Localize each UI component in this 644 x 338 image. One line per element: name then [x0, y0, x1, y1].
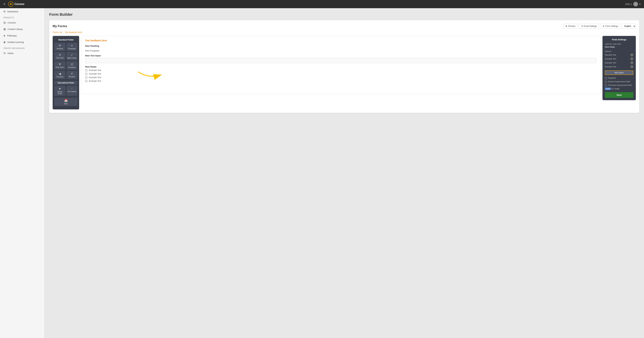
sidebar-item-admin[interactable]: ⚙ Admin › [0, 50, 44, 56]
option-remove-button-3[interactable]: − [630, 61, 634, 64]
rating-scale-icon: ★ [58, 87, 61, 90]
guided-learning-icon: ◉ [4, 40, 6, 44]
field-item-date[interactable]: 📅 Date [54, 98, 78, 106]
sidebar-item-courses[interactable]: ▤ Courses › [0, 19, 44, 26]
language-select[interactable]: English [622, 24, 636, 29]
sidebar-item-label: Content Library [8, 28, 23, 30]
radio-name-value: New Radio [605, 46, 634, 48]
field-item-rating-scale[interactable]: ★ Rating Scale [54, 86, 66, 96]
text-input-field[interactable] [85, 58, 596, 63]
radio-option-text: Example Text [89, 80, 101, 82]
email-settings-button[interactable]: ✉ Email Settings [579, 24, 599, 28]
sidebar-item-label: Courses [8, 21, 16, 24]
file-upload-icon: ↑ [71, 87, 73, 90]
field-item-text-area[interactable]: ◀ Text Area [54, 71, 66, 79]
breadcrumb: Forms List / Test feedback form [53, 31, 636, 34]
form-content-wrapper: Standard Fields H Heading ≡ Paragraph A … [53, 36, 636, 110]
session-assessment-checkbox[interactable] [605, 81, 607, 83]
option-text: Example Text [605, 62, 616, 64]
radio-option-3[interactable]: Example Text [85, 76, 596, 79]
field-item-label: Text Area [56, 76, 64, 78]
radio-option-4[interactable]: Example Text [85, 80, 596, 82]
sidebar-item-content-library[interactable]: ▦ Content Library › [0, 26, 44, 32]
breadcrumb-current: Test feedback form [65, 31, 82, 34]
svg-point-1 [10, 4, 12, 5]
radio-option-text: Example Text [89, 73, 101, 75]
option-remove-button-4[interactable]: − [630, 65, 634, 68]
date-field-grid: 📅 Date [54, 98, 78, 106]
radio-option-2[interactable]: Example Text [85, 73, 596, 75]
form-settings-button[interactable]: ⚙ Form Settings [600, 24, 620, 28]
presenter-assessment-checkbox-row: Presenter Assessment Field [605, 84, 634, 86]
chevron-right-icon: › [40, 28, 41, 30]
save-button[interactable]: Save [605, 92, 634, 98]
paragraph-field-group: New Paragraph [85, 50, 596, 52]
email-icon: ✉ [581, 25, 583, 27]
radio-circle-icon [85, 76, 88, 79]
radio-circle-icon [85, 69, 88, 72]
field-item-number[interactable]: # Number [66, 71, 78, 79]
breadcrumb-forms-list[interactable]: Forms List [53, 31, 62, 34]
field-item-label: Date [64, 103, 68, 105]
session-assessment-label: Session Assessment Field [608, 80, 630, 82]
radio-circle-icon [85, 73, 88, 75]
field-item-multi-choice[interactable]: ✓ Multi Choice [66, 52, 78, 60]
field-item-label: Paragraph [68, 48, 76, 50]
field-item-label: Multi Choice [67, 57, 76, 59]
radio-group: Example Text Example Text Example Text [85, 69, 596, 82]
radio-circle-icon [85, 80, 88, 82]
breadcrumb-separator: / [63, 31, 64, 34]
form-top-bar: My Forms 🖥 Preview ✉ Email Settings ⚙ Fo… [53, 24, 636, 29]
field-item-label: Drop Down [56, 66, 64, 68]
add-option-button[interactable]: Add Option [605, 70, 634, 75]
preview-button[interactable]: 🖥 Preview [563, 24, 578, 28]
heading-icon: H [59, 44, 61, 47]
top-navigation: ≡ Censeo EDS 1 U ▾ [0, 0, 644, 8]
text-area-icon: ◀ [59, 72, 61, 76]
field-item-text-input[interactable]: A Text Input [54, 52, 66, 60]
option-row-4: Example Text − [605, 65, 634, 68]
option-remove-button-2[interactable]: − [630, 57, 634, 60]
hamburger-menu-icon[interactable]: ≡ [4, 2, 5, 6]
sidebar-item-guided-learning[interactable]: ◉ Guided Learning › [0, 39, 44, 45]
specialised-fields-grid: ★ Rating Scale ↑ File Upload [54, 86, 78, 96]
logo-text: Censeo [14, 2, 24, 6]
form-settings-label: Form Settings [605, 25, 618, 27]
user-menu[interactable]: EDS 1 U ▾ [625, 2, 640, 6]
content-library-icon: ▦ [4, 28, 6, 30]
tooltip-highlight-label: Label [605, 88, 611, 90]
radio-option-1[interactable]: Example Text [85, 69, 596, 72]
field-item-drop-down[interactable]: ▼ Drop Down [54, 62, 66, 70]
presenter-assessment-checkbox[interactable] [605, 84, 607, 86]
chevron-right-icon: › [40, 34, 41, 36]
options-section-label: Options [605, 50, 634, 52]
form-builder-card: My Forms 🖥 Preview ✉ Email Settings ⚙ Fo… [49, 20, 639, 113]
multi-choice-icon: ✓ [71, 53, 73, 56]
sidebar-item-label: Guided Learning [7, 41, 24, 44]
required-checkbox-row: Required [605, 77, 634, 79]
radio-option-text: Example Text [89, 76, 101, 79]
sidebar-item-pathways[interactable]: ◈ Pathways › [0, 32, 44, 39]
field-settings-title: Field Settings [605, 38, 634, 41]
presenter-assessment-label: Presenter Assessment Field [608, 84, 632, 86]
page-title: Form Builder [49, 12, 639, 17]
field-item-paragraph[interactable]: ≡ Paragraph [66, 43, 78, 51]
session-assessment-checkbox-row: Session Assessment Field [605, 80, 634, 83]
admin-icon: ⚙ [4, 52, 6, 55]
field-item-checkbox[interactable]: ☑ Checkbox [66, 62, 78, 70]
option-remove-button-1[interactable]: − [630, 53, 634, 56]
field-item-file-upload[interactable]: ↑ File Upload [66, 86, 78, 96]
tooltip-row: Label for Tooltip [605, 88, 634, 90]
required-checkbox[interactable] [605, 77, 607, 79]
logo-container: Censeo [8, 1, 24, 7]
field-item-heading[interactable]: H Heading [54, 43, 66, 51]
dashboard-icon: ⊞ [4, 10, 6, 13]
sidebar-item-dashboard[interactable]: ⊞ Dashboard › [0, 8, 44, 15]
user-label: EDS 1 [625, 3, 632, 6]
sidebar-item-label: Pathways [7, 34, 17, 37]
text-input-field-label: New Text Input [85, 54, 596, 57]
preview-label: Preview [568, 25, 576, 27]
date-icon: 📅 [64, 99, 68, 102]
create-section-label: CREATE AND MANAGE [0, 45, 44, 50]
required-label: Required [608, 77, 616, 79]
